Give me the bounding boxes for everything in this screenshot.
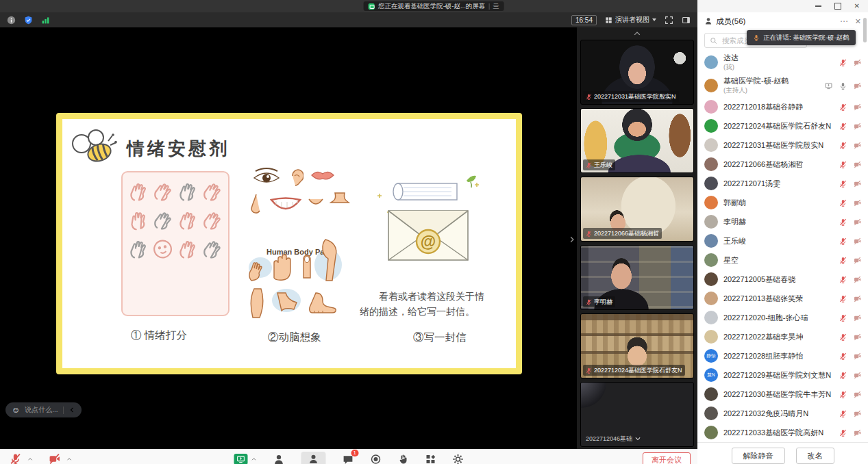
muted-mic-icon[interactable] [839, 103, 847, 111]
apps-button[interactable] [425, 454, 436, 464]
member-row[interactable]: 2022712030基础医学院牛丰芳N [697, 385, 868, 404]
camera-off-icon[interactable] [854, 180, 861, 188]
member-row[interactable]: 慧N 2022712029基础医学院刘文慧N [697, 365, 868, 385]
video-thumbnail[interactable]: 2022712066基础杨湘哲 [580, 177, 694, 242]
camera-off-icon[interactable] [854, 59, 861, 66]
minimize-button[interactable] [815, 5, 821, 7]
scroll-up-arrow[interactable] [577, 27, 697, 40]
member-row[interactable]: 2022712005基础春骁 [697, 270, 868, 289]
video-thumbnail[interactable]: 2022712024基础医学院石舒友N [580, 313, 694, 378]
camera-off-icon[interactable] [854, 218, 861, 226]
member-row[interactable]: 王乐峻 [697, 231, 868, 250]
muted-mic-icon[interactable] [839, 218, 847, 226]
member-row[interactable]: 2022712018基础谷静静 [697, 97, 868, 116]
raise-hand-button[interactable] [398, 454, 409, 464]
muted-mic-icon[interactable] [839, 314, 847, 322]
mic-icon[interactable] [839, 82, 847, 90]
muted-mic-icon[interactable] [839, 372, 847, 379]
camera-off-icon[interactable] [854, 161, 861, 168]
member-row[interactable]: 2022712031基础医学院殷实N [697, 136, 868, 155]
chat-input-placeholder[interactable]: 说点什么... [25, 405, 58, 415]
muted-mic-icon[interactable] [839, 59, 847, 66]
collapse-strip-icon[interactable] [568, 235, 576, 244]
muted-mic-icon[interactable] [839, 123, 847, 130]
member-row[interactable]: 静怡 2022712028组胚李静怡 [697, 346, 868, 365]
member-row[interactable]: 基础医学院-硕-赵鹤 (主持人) [697, 74, 868, 97]
more-options-icon[interactable]: ⋯ [840, 16, 848, 26]
muted-mic-icon[interactable] [839, 142, 847, 149]
mic-options-chevron[interactable] [27, 456, 33, 462]
camera-off-icon[interactable] [854, 237, 861, 245]
camera-off-icon[interactable] [854, 352, 861, 360]
member-row[interactable]: 2022712071汤雯 [697, 174, 868, 193]
muted-mic-icon[interactable] [839, 199, 847, 207]
settings-button[interactable] [453, 454, 464, 464]
network-signal-icon[interactable] [41, 16, 50, 25]
security-shield-icon[interactable] [24, 16, 33, 25]
rename-button[interactable]: 改名 [796, 448, 834, 464]
muted-mic-icon[interactable] [839, 276, 847, 283]
maximize-button[interactable] [834, 3, 841, 10]
screen-share-banner[interactable]: 您正在观看基础医学院-硕-赵...的屏幕 亖 [364, 1, 504, 11]
muted-mic-icon[interactable] [839, 237, 847, 245]
screen-share-button[interactable] [234, 454, 248, 464]
camera-off-icon[interactable] [854, 410, 861, 417]
chevron-left-icon[interactable] [69, 407, 75, 413]
camera-off-icon[interactable] [854, 333, 861, 341]
video-thumbnail[interactable]: 李明赫 [580, 245, 694, 310]
quick-chat-bubble[interactable]: ☺ 说点什么... [5, 402, 82, 417]
camera-off-icon[interactable] [854, 295, 861, 302]
members-button[interactable] [301, 452, 326, 464]
camera-off-icon[interactable] [854, 429, 861, 437]
info-icon[interactable] [7, 16, 16, 25]
emoji-icon[interactable]: ☺ [12, 406, 20, 414]
member-row[interactable]: 星空 [697, 250, 868, 270]
camera-off-icon[interactable] [854, 82, 861, 90]
camera-off-icon[interactable] [854, 199, 861, 207]
member-row[interactable]: 2022712033基础医学院高妍N [697, 423, 868, 442]
muted-mic-icon[interactable] [839, 161, 847, 168]
muted-mic-icon[interactable] [839, 391, 847, 398]
camera-off-icon[interactable] [854, 103, 861, 111]
record-button[interactable] [371, 454, 382, 464]
muted-mic-icon[interactable] [839, 410, 847, 417]
member-row[interactable]: 2022712032免疫冯晴月N [697, 404, 868, 423]
camera-off-icon[interactable] [854, 314, 861, 322]
side-panel-toggle-icon[interactable] [682, 16, 691, 25]
close-panel-icon[interactable]: ✕ [855, 17, 861, 26]
camera-off-icon[interactable] [854, 123, 861, 130]
muted-mic-icon[interactable] [839, 333, 847, 341]
member-row[interactable]: 2022712024基础医学院石舒友N [697, 116, 868, 136]
muted-mic-icon[interactable] [839, 295, 847, 302]
view-mode-selector[interactable]: 演讲者视图 [605, 15, 656, 25]
camera-off-icon[interactable] [854, 391, 861, 398]
member-row[interactable]: 2022712020-细胞-张心瑞 [697, 308, 868, 327]
member-row[interactable]: 李明赫 [697, 212, 868, 231]
member-row[interactable]: 达达 (我) [697, 51, 868, 74]
unmute-button[interactable]: 解除静音 [732, 448, 785, 464]
camera-off-icon[interactable] [854, 257, 861, 264]
camera-off-icon[interactable] [854, 142, 861, 149]
video-thumbnail[interactable]: 2022712046基础 [580, 382, 694, 447]
member-row[interactable]: 2022712022基础李昊坤 [697, 327, 868, 346]
camera-off-icon[interactable] [854, 276, 861, 283]
muted-mic-icon[interactable] [839, 180, 847, 188]
invite-button[interactable] [273, 454, 285, 464]
fullscreen-icon[interactable] [665, 16, 673, 25]
video-thumbnail[interactable]: 2022712031基础医学院殷实N [580, 40, 694, 105]
share-menu-icon[interactable]: 亖 [493, 2, 499, 11]
camera-off-button[interactable] [49, 453, 60, 464]
share-options-chevron[interactable] [251, 456, 257, 462]
mic-muted-button[interactable] [10, 453, 21, 464]
member-row[interactable]: 2022712066基础杨湘哲 [697, 155, 868, 174]
camera-options-chevron[interactable] [66, 456, 72, 462]
member-row[interactable]: 2022712013基础张笑荣 [697, 289, 868, 308]
muted-mic-icon[interactable] [839, 257, 847, 264]
chat-button[interactable]: 1 [343, 453, 354, 464]
scrollbar[interactable] [863, 18, 867, 42]
camera-off-icon[interactable] [854, 372, 861, 379]
chevron-down-icon[interactable] [634, 435, 641, 442]
member-row[interactable]: 郭郦萌 [697, 193, 868, 212]
close-button[interactable]: ✕ [854, 3, 860, 10]
video-thumbnail[interactable]: 王乐峻 [580, 108, 694, 173]
